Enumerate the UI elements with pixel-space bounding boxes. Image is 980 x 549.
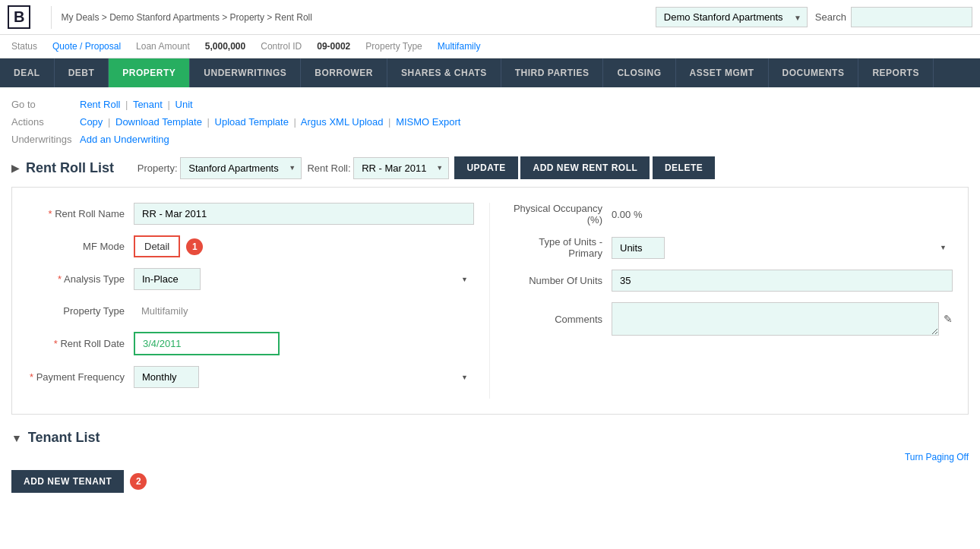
content-area: Go to Rent Roll | Tenant | Unit Actions …: [0, 87, 980, 504]
property-type-form-label: Property Type: [27, 305, 134, 317]
search-input[interactable]: [851, 7, 972, 27]
status-value: Quote / Proposal: [52, 41, 121, 52]
action-mismo-export[interactable]: MISMO Export: [396, 116, 460, 128]
tab-property[interactable]: PROPERTY: [109, 58, 190, 87]
tab-third-parties[interactable]: THIRD PARTIES: [501, 58, 604, 87]
physical-occupancy-value: 0.00 %: [612, 209, 642, 220]
underwritings-label: Underwritings: [11, 134, 80, 145]
add-tenant-row: ADD NEW TENANT 2: [11, 470, 969, 493]
comments-row: Comments ✎: [505, 302, 953, 336]
rent-roll-form: Rent Roll Name MF Mode Detail 1 Analysis…: [11, 187, 969, 415]
actions-label: Actions: [11, 116, 80, 128]
tenant-section-header: ▼ Tenant List: [11, 430, 969, 446]
add-tenant-badge: 2: [130, 473, 147, 490]
goto-tenant[interactable]: Tenant: [133, 99, 163, 110]
rent-roll-date-row: Rent Roll Date: [27, 332, 474, 355]
tenant-section: ▼ Tenant List Turn Paging Off ADD NEW TE…: [11, 430, 969, 493]
rent-roll-section-header: ▶ Rent Roll List Property: Stanford Apar…: [11, 156, 969, 179]
property-control-label: Property:: [138, 162, 178, 174]
tab-reports[interactable]: REPORTS: [858, 58, 934, 87]
underwritings-links: Add an Underwriting: [80, 134, 172, 145]
property-type-value: Multifamily: [438, 41, 481, 52]
tab-closing[interactable]: CLOSING: [603, 58, 675, 87]
property-type-row: Property Type Multifamily: [27, 301, 474, 321]
rent-roll-name-label: Rent Roll Name: [27, 208, 134, 219]
rent-roll-toggle[interactable]: ▶: [11, 162, 20, 174]
add-underwriting-link[interactable]: Add an Underwriting: [80, 134, 169, 145]
num-units-input[interactable]: [612, 270, 953, 292]
goto-unit[interactable]: Unit: [175, 99, 193, 110]
add-new-tenant-button[interactable]: ADD NEW TENANT: [11, 470, 124, 493]
nav-tabs: DEAL DEBT PROPERTY UNDERWRITINGS BORROWE…: [0, 58, 980, 87]
loan-label: Loan Amount: [136, 41, 190, 52]
actions-links: Copy | Download Template | Upload Templa…: [80, 116, 463, 128]
status-label: Status: [11, 41, 37, 52]
physical-occupancy-row: Physical Occupancy (%) 0.00 %: [505, 203, 953, 226]
type-units-label: Type of Units - Primary: [505, 236, 612, 259]
goto-row: Go to Rent Roll | Tenant | Unit: [11, 99, 969, 110]
status-bar: Status Quote / Proposal Loan Amount 5,00…: [0, 35, 980, 58]
rent-roll-name-input[interactable]: [134, 203, 474, 225]
rent-roll-date-label: Rent Roll Date: [27, 338, 134, 349]
underwritings-row: Underwritings Add an Underwriting: [11, 134, 969, 145]
delete-button[interactable]: DELETE: [653, 156, 715, 179]
property-type-label: Property Type: [365, 41, 422, 52]
tab-deal[interactable]: DEAL: [0, 58, 55, 87]
analysis-type-select[interactable]: In-Place: [134, 268, 201, 290]
comments-label: Comments: [505, 314, 612, 325]
num-units-label: Number Of Units: [505, 275, 612, 286]
add-new-rent-roll-button[interactable]: ADD NEW RENT ROLL: [520, 156, 650, 179]
goto-rent-roll[interactable]: Rent Roll: [80, 99, 120, 110]
control-label: Control ID: [261, 41, 302, 52]
edit-icon[interactable]: ✎: [944, 313, 953, 325]
tenant-section-title: Tenant List: [28, 430, 100, 446]
rent-roll-select[interactable]: RR - Mar 2011: [353, 157, 449, 179]
tab-borrower[interactable]: BORROWER: [301, 58, 387, 87]
goto-links: Rent Roll | Tenant | Unit: [80, 99, 195, 110]
physical-occupancy-label: Physical Occupancy (%): [505, 203, 612, 226]
tab-underwritings[interactable]: UNDERWRITINGS: [190, 58, 301, 87]
loan-value: 5,000,000: [205, 41, 245, 52]
update-button[interactable]: UPDATE: [454, 156, 517, 179]
payment-freq-label: Payment Frequency: [27, 371, 134, 383]
goto-label: Go to: [11, 99, 80, 110]
rent-roll-name-row: Rent Roll Name: [27, 203, 474, 225]
mf-mode-value[interactable]: Detail: [134, 235, 180, 257]
mf-mode-label: MF Mode: [27, 241, 134, 252]
action-download-template[interactable]: Download Template: [115, 116, 202, 128]
mf-badge: 1: [186, 238, 203, 255]
analysis-type-label: Analysis Type: [27, 273, 134, 285]
tab-asset-mgmt[interactable]: ASSET MGMT: [676, 58, 769, 87]
property-selector[interactable]: Demo Stanford Apartments: [656, 7, 808, 27]
action-copy[interactable]: Copy: [80, 116, 103, 128]
paging-control[interactable]: Turn Paging Off: [11, 452, 969, 462]
breadcrumb: My Deals > Demo Stanford Apartments > Pr…: [61, 12, 655, 23]
rent-roll-section-title: Rent Roll List: [26, 160, 114, 176]
rent-roll-control-label: Rent Roll:: [307, 162, 350, 174]
property-type-form-value: Multifamily: [134, 301, 474, 321]
payment-freq-select[interactable]: Monthly: [134, 366, 199, 388]
property-select[interactable]: Stanford Apartments: [180, 157, 302, 179]
payment-freq-row: Payment Frequency Monthly: [27, 366, 474, 388]
tab-debt[interactable]: DEBT: [55, 58, 109, 87]
action-upload-template[interactable]: Upload Template: [215, 116, 289, 128]
type-units-select[interactable]: Units: [612, 237, 665, 259]
app-logo: B: [8, 5, 30, 29]
tab-documents[interactable]: DOCUMENTS: [769, 58, 859, 87]
form-left: Rent Roll Name MF Mode Detail 1 Analysis…: [27, 203, 490, 399]
top-bar: B My Deals > Demo Stanford Apartments > …: [0, 0, 980, 35]
mf-mode-row: MF Mode Detail 1: [27, 235, 474, 257]
type-units-row: Type of Units - Primary Units: [505, 236, 953, 259]
control-value: 09-0002: [317, 41, 350, 52]
analysis-type-row: Analysis Type In-Place: [27, 268, 474, 290]
tenant-toggle[interactable]: ▼: [11, 432, 22, 444]
form-right: Physical Occupancy (%) 0.00 % Type of Un…: [490, 203, 953, 399]
tab-shares-chats[interactable]: SHARES & CHATS: [387, 58, 501, 87]
property-dropdown[interactable]: Demo Stanford Apartments: [656, 7, 808, 27]
rent-roll-date-input[interactable]: [134, 332, 280, 355]
actions-row: Actions Copy | Download Template | Uploa…: [11, 116, 969, 128]
action-argus-xml[interactable]: Argus XML Upload: [301, 116, 384, 128]
search-label: Search: [815, 11, 846, 23]
num-units-row: Number Of Units: [505, 270, 953, 292]
comments-input[interactable]: [612, 302, 939, 336]
